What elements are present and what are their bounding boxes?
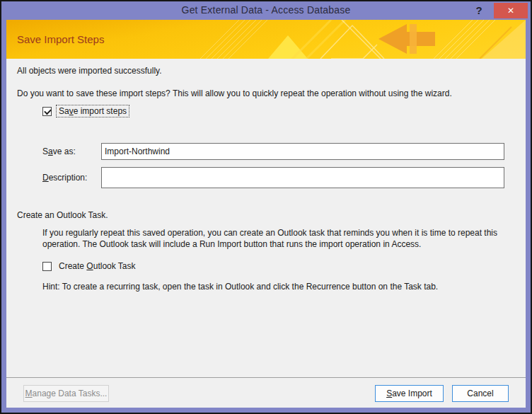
label-text: Sa: [59, 106, 69, 116]
dialog-body: All objects were imported successfully. …: [6, 59, 526, 408]
description-input[interactable]: [101, 167, 504, 188]
help-icon[interactable]: ?: [468, 3, 490, 18]
create-outlook-task-label[interactable]: Create Outlook Task: [57, 260, 138, 272]
window-title: Get External Data - Access Database: [1, 4, 531, 16]
question-text: Do you want to save these import steps? …: [17, 88, 452, 99]
outlook-paragraph: If you regularly repeat this saved opera…: [42, 227, 515, 250]
outlook-task-row: Create Outlook Task: [42, 260, 138, 272]
label-text: escription:: [49, 173, 88, 183]
footer-separator: [6, 377, 526, 378]
label-text: utlook Task: [93, 261, 136, 271]
hint-text: Hint: To create a recurring task, open t…: [42, 281, 438, 292]
status-text: All objects were imported successfully.: [17, 65, 162, 76]
label-accel: S: [386, 389, 392, 398]
banner-decoration-pattern: [200, 20, 526, 59]
label-text: e import steps: [74, 106, 127, 116]
cancel-button[interactable]: Cancel: [452, 385, 509, 402]
label-accel: O: [86, 261, 93, 271]
manage-data-tasks-button[interactable]: Manage Data Tasks...: [23, 385, 109, 402]
description-label: Description:: [42, 173, 101, 183]
save-import-steps-row: Save import steps: [42, 105, 129, 117]
label-accel: M: [25, 389, 33, 398]
label-accel: a: [48, 146, 53, 156]
label-text: ve as:: [53, 146, 76, 156]
banner: Save Import Steps: [6, 20, 526, 59]
save-import-steps-label[interactable]: Save import steps: [57, 105, 129, 117]
label-text: ave Import: [392, 389, 432, 398]
close-icon[interactable]: ✕: [494, 3, 528, 18]
save-as-input[interactable]: [101, 143, 504, 160]
label-text: anage Data Tasks...: [33, 389, 108, 398]
titlebar: Get External Data - Access Database ? ✕: [1, 1, 531, 20]
save-import-button[interactable]: Save Import: [375, 385, 444, 402]
label-accel: D: [42, 173, 49, 183]
save-as-label: Save as:: [42, 146, 101, 156]
label-text: S: [42, 146, 48, 156]
dialog-window: Get External Data - Access Database ? ✕: [0, 0, 532, 414]
create-outlook-task-checkbox[interactable]: [42, 262, 52, 271]
outlook-section-heading: Create an Outlook Task.: [17, 209, 108, 221]
description-row: Description:: [42, 167, 504, 188]
label-text: Create: [59, 261, 86, 271]
page-title: Save Import Steps: [17, 33, 104, 45]
save-as-row: Save as:: [42, 143, 504, 160]
save-import-steps-checkbox[interactable]: [42, 107, 52, 116]
dialog-content: Save Import Steps All objects were impor…: [6, 20, 526, 408]
